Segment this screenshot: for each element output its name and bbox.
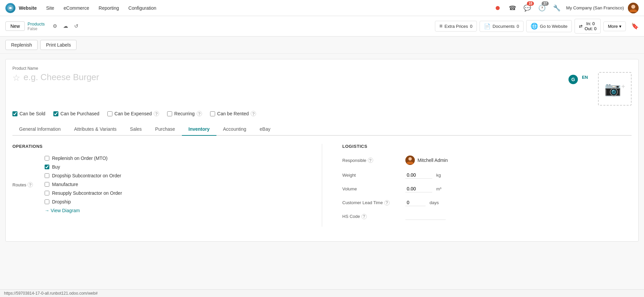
app-logo[interactable] bbox=[5, 3, 15, 13]
can-be-expensed-label: Can be Expensed bbox=[114, 111, 152, 116]
weight-value: kg bbox=[405, 172, 441, 179]
user-avatar[interactable] bbox=[628, 3, 639, 13]
operations-section: OPERATIONS Routes ? Replenish on Order (… bbox=[12, 144, 302, 227]
replenish-button[interactable]: Replenish bbox=[5, 40, 38, 50]
product-name-section: ☆ G EN 📷+ bbox=[12, 72, 632, 106]
list-icon: ≡ bbox=[439, 23, 442, 29]
weight-unit: kg bbox=[436, 173, 441, 178]
view-diagram-label: View Diagram bbox=[51, 208, 80, 213]
breadcrumb-current: False bbox=[28, 26, 45, 31]
nav-item-site[interactable]: Site bbox=[42, 3, 58, 13]
breadcrumb-parent-link[interactable]: Products bbox=[28, 21, 45, 26]
red-dot-icon[interactable] bbox=[492, 3, 503, 13]
can-be-rented-help-icon[interactable]: ? bbox=[251, 111, 256, 116]
customer-lead-time-input[interactable] bbox=[405, 199, 426, 206]
customer-lead-time-label: Customer Lead Time ? bbox=[342, 200, 403, 205]
settings-icon[interactable]: 🔧 bbox=[551, 3, 562, 13]
can-be-rented-checkbox[interactable]: Can be Rented ? bbox=[210, 111, 256, 116]
route-dropship-sub-checkbox[interactable]: Dropship Subcontractor on Order bbox=[45, 173, 122, 178]
logistics-section: LOGISTICS Responsible ? Mitchell Ad bbox=[342, 144, 632, 227]
more-button[interactable]: More ▾ bbox=[603, 21, 626, 31]
product-form: Product Name ☆ G EN 📷+ Can be Sold Can b… bbox=[5, 59, 639, 242]
responsible-help-icon[interactable]: ? bbox=[368, 158, 373, 163]
action-buttons-bar: Replenish Print Labels bbox=[0, 37, 644, 54]
tab-ebay[interactable]: eBay bbox=[253, 123, 277, 136]
documents-label: Documents bbox=[493, 24, 515, 29]
favorite-star-icon[interactable]: ☆ bbox=[12, 73, 20, 83]
grammarly-icon[interactable]: G bbox=[568, 75, 578, 84]
customer-lead-time-help-icon[interactable]: ? bbox=[384, 200, 390, 205]
arrow-right-icon: → bbox=[45, 208, 49, 213]
volume-field: Volume m³ bbox=[342, 185, 632, 192]
new-button[interactable]: New bbox=[5, 21, 25, 31]
tab-attributes-variants[interactable]: Attributes & Variants bbox=[67, 123, 123, 136]
record-actions: ⚙ ☁ ↺ bbox=[50, 21, 81, 31]
product-image-upload[interactable]: 📷+ bbox=[598, 72, 632, 106]
product-checkboxes: Can be Sold Can be Purchased Can be Expe… bbox=[12, 111, 632, 116]
inventory-tab-content: OPERATIONS Routes ? Replenish on Order (… bbox=[12, 136, 632, 235]
can-be-sold-checkbox[interactable]: Can be Sold bbox=[12, 111, 45, 116]
route-resupply-sub-checkbox[interactable]: Resupply Subcontractor on Order bbox=[45, 190, 122, 196]
transfer-icon: ⇄ bbox=[579, 24, 583, 29]
svg-point-2 bbox=[631, 5, 635, 9]
tab-inventory[interactable]: Inventory bbox=[182, 123, 216, 136]
in-out-button[interactable]: ⇄ In: 0 Out: 0 bbox=[575, 19, 601, 34]
tab-purchase[interactable]: Purchase bbox=[148, 123, 182, 136]
extra-prices-label: Extra Prices bbox=[445, 24, 468, 29]
can-be-purchased-label: Can be Purchased bbox=[60, 111, 99, 116]
hs-code-field: HS Code ? bbox=[342, 213, 632, 220]
extra-prices-button[interactable]: ≡ Extra Prices 0 bbox=[435, 21, 477, 32]
tab-general-information[interactable]: General Information bbox=[12, 123, 67, 136]
go-to-website-button[interactable]: 🌐 Go to Website bbox=[526, 20, 572, 32]
product-name-input[interactable] bbox=[23, 72, 598, 82]
route-mto-checkbox[interactable]: Replenish on Order (MTO) bbox=[45, 156, 122, 161]
nav-item-configuration[interactable]: Configuration bbox=[125, 3, 160, 13]
tab-sales[interactable]: Sales bbox=[123, 123, 148, 136]
can-be-purchased-checkbox[interactable]: Can be Purchased bbox=[53, 111, 99, 116]
hs-code-label: HS Code ? bbox=[342, 214, 403, 219]
recurring-help-icon[interactable]: ? bbox=[197, 111, 202, 116]
upload-icon[interactable]: ☁ bbox=[61, 21, 70, 31]
route-dropship-sub-label: Dropship Subcontractor on Order bbox=[52, 173, 121, 178]
globe-icon: 🌐 bbox=[531, 22, 538, 30]
app-name[interactable]: Website bbox=[19, 5, 37, 11]
view-diagram-link[interactable]: → View Diagram bbox=[45, 208, 122, 213]
undo-icon[interactable]: ↺ bbox=[71, 21, 81, 31]
logistics-title: LOGISTICS bbox=[342, 144, 632, 149]
routes-help-icon[interactable]: ? bbox=[28, 182, 33, 187]
section-divider bbox=[322, 144, 322, 227]
route-dropship-checkbox[interactable]: Dropship bbox=[45, 199, 122, 204]
tab-accounting[interactable]: Accounting bbox=[216, 123, 253, 136]
can-be-expensed-help-icon[interactable]: ? bbox=[154, 111, 159, 116]
settings-gear-icon[interactable]: ⚙ bbox=[50, 21, 59, 31]
nav-item-ecommerce[interactable]: eCommerce bbox=[60, 3, 93, 13]
hs-code-input[interactable] bbox=[405, 213, 446, 220]
can-be-expensed-checkbox[interactable]: Can be Expensed ? bbox=[107, 111, 159, 116]
routes-field: Routes ? Replenish on Order (MTO) Buy Dr… bbox=[12, 156, 302, 213]
clock-icon[interactable]: 🕐 37 bbox=[537, 3, 547, 13]
route-manufacture-checkbox[interactable]: Manufacture bbox=[45, 182, 122, 187]
chat-icon[interactable]: 💬 18 bbox=[522, 3, 533, 13]
hs-code-value bbox=[405, 213, 446, 220]
volume-input[interactable] bbox=[405, 185, 432, 192]
route-buy-label: Buy bbox=[52, 164, 60, 170]
hs-code-help-icon[interactable]: ? bbox=[361, 214, 367, 219]
company-name[interactable]: My Company (San Francisco) bbox=[566, 5, 624, 10]
documents-count: 0 bbox=[517, 24, 519, 29]
customer-lead-time-field: Customer Lead Time ? days bbox=[342, 199, 632, 206]
phone-icon[interactable]: ☎ bbox=[507, 3, 518, 13]
extra-prices-count: 0 bbox=[470, 24, 473, 29]
nav-item-reporting[interactable]: Reporting bbox=[95, 3, 123, 13]
print-labels-button[interactable]: Print Labels bbox=[40, 40, 77, 50]
documents-button[interactable]: 📄 Documents 0 bbox=[480, 21, 524, 32]
weight-input[interactable] bbox=[405, 172, 432, 179]
top-navigation: Website Site eCommerce Reporting Configu… bbox=[0, 0, 644, 16]
breadcrumb: Products False bbox=[28, 21, 45, 31]
route-buy-checkbox[interactable]: Buy bbox=[45, 164, 122, 170]
customer-lead-time-unit: days bbox=[430, 200, 439, 205]
bookmark-icon[interactable]: 🔖 bbox=[631, 22, 639, 30]
responsible-label: Responsible ? bbox=[342, 158, 403, 163]
language-badge[interactable]: EN bbox=[582, 75, 588, 80]
chevron-down-icon: ▾ bbox=[619, 24, 622, 29]
recurring-checkbox[interactable]: Recurring ? bbox=[167, 111, 202, 116]
